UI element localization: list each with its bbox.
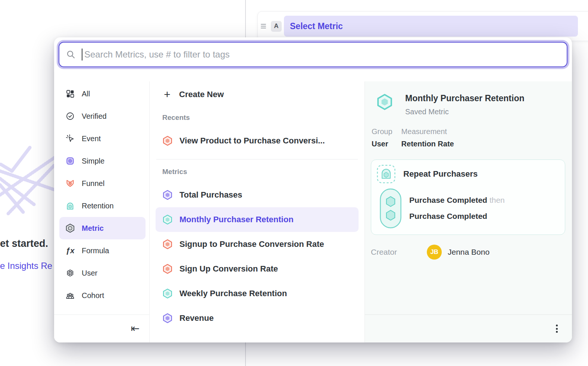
definition-steps: Purchase Completedthen Purchase Complete… (379, 188, 560, 229)
metric-detail-panel: Monthly Purchaser Retention Saved Metric… (365, 81, 572, 342)
detail-header: Monthly Purchaser Retention Saved Metric (371, 93, 565, 116)
sidebar-item-event[interactable]: Event (59, 127, 146, 150)
text-caret (82, 49, 82, 61)
group-value: User (372, 140, 392, 148)
creator-avatar: JB (427, 245, 442, 260)
detail-meta: Group User Measurement Retention Rate (372, 127, 565, 148)
cursor-click-icon (65, 134, 75, 143)
formula-fx-icon: ƒx (65, 246, 75, 255)
plus-icon: + (162, 88, 173, 101)
step-connector: then (490, 196, 505, 204)
metric-picker-modal: All Verified (54, 37, 572, 342)
metric-hexagon-icon (162, 263, 173, 274)
funnel-icon (65, 179, 75, 188)
definition-name: Repeat Purchasers (403, 169, 478, 179)
sidebar-item-all[interactable]: All (59, 83, 146, 105)
more-options-icon[interactable] (556, 325, 558, 333)
row-letter-badge: A (271, 21, 282, 32)
app-root: { "background": { "partial_heading": "et… (0, 0, 588, 366)
user-cluster-icon (65, 268, 75, 278)
metric-hexagon-icon (65, 223, 75, 233)
section-divider (156, 159, 358, 159)
list-item-metric[interactable]: Signup to Purchase Conversion Rate (156, 232, 359, 257)
drag-handle-icon[interactable] (261, 23, 268, 30)
sidebar-item-label: Funnel (82, 179, 104, 188)
metric-hexagon-icon (162, 288, 173, 299)
recents-heading: Recents (162, 112, 359, 123)
collapse-sidebar-icon[interactable]: ⇤ (131, 323, 140, 334)
sidebar-item-label: Retention (82, 202, 114, 210)
sidebar-item-funnel[interactable]: Funnel (59, 172, 146, 195)
measurement-label: Measurement (401, 127, 454, 136)
sidebar-item-simple[interactable]: Simple (59, 150, 146, 172)
filter-sidebar: All Verified (54, 81, 149, 342)
search-input[interactable] (84, 49, 560, 60)
sidebar-item-retention[interactable]: Retention (59, 195, 146, 217)
search-icon (66, 50, 76, 59)
query-builder-row: A Select Metric (257, 11, 588, 41)
metrics-list: Total Purchases Monthly Purchaser Retent… (156, 183, 359, 331)
sidebar-item-cohort[interactable]: Cohort (59, 284, 146, 307)
grid-icon (65, 89, 75, 99)
detail-title: Monthly Purchaser Retention (405, 93, 524, 104)
metric-hexagon-icon (376, 93, 393, 112)
sidebar-item-verified[interactable]: Verified (59, 105, 146, 127)
step-event: Purchase Completed (409, 212, 505, 221)
sidebar-item-label: Formula (82, 246, 109, 255)
metric-hexagon-icon (162, 189, 173, 201)
list-item-metric-selected[interactable]: Monthly Purchaser Retention (156, 207, 359, 232)
group-label: Group (372, 127, 392, 136)
create-new-button[interactable]: + Create New (156, 84, 359, 105)
simple-metric-icon (65, 156, 75, 166)
measurement-meta: Measurement Retention Rate (401, 127, 454, 148)
step-event: Purchase Completedthen (409, 196, 505, 205)
metric-hexagon-icon (162, 214, 173, 225)
list-item-recent[interactable]: View Product to Purchase Conversi... (156, 128, 359, 153)
detail-footer (365, 314, 572, 342)
sidebar-item-metric[interactable]: Metric (59, 217, 146, 239)
background-heading-partial: et started. (0, 238, 48, 249)
list-item-label: View Product to Purchase Conversi... (179, 136, 325, 146)
list-item-label: Total Purchases (179, 190, 242, 200)
verified-badge-icon (65, 111, 75, 121)
sidebar-item-formula[interactable]: ƒx Formula (59, 239, 146, 262)
create-new-label: Create New (179, 90, 224, 99)
list-item-label: Revenue (179, 313, 214, 323)
sidebar-footer: ⇤ (54, 314, 149, 342)
sidebar-item-label: Verified (82, 112, 107, 121)
creator-label: Creator (371, 248, 427, 257)
list-item-metric[interactable]: Sign Up Conversion Rate (156, 257, 359, 281)
metric-hexagon-icon (162, 313, 173, 324)
metric-list-panel: + Create New Recents View Product to Pur… (149, 81, 365, 342)
modal-columns: All Verified (54, 81, 572, 342)
sidebar-item-label: All (82, 90, 90, 98)
sidebar-item-label: Simple (82, 157, 104, 165)
list-item-label: Sign Up Conversion Rate (179, 264, 278, 274)
list-item-metric[interactable]: Total Purchases (156, 183, 359, 207)
search-bar[interactable] (59, 42, 567, 67)
background-link-partial[interactable]: e Insights Re (0, 261, 52, 271)
select-metric-label: Select Metric (290, 21, 343, 31)
group-meta: Group User (372, 127, 392, 148)
select-metric-button[interactable]: Select Metric (284, 16, 578, 37)
metrics-heading: Metrics (162, 166, 359, 177)
creator-name: Jenna Bono (448, 248, 490, 257)
creator-row: Creator JB Jenna Bono (371, 245, 565, 260)
measurement-value: Retention Rate (401, 140, 454, 148)
sidebar-item-label: User (82, 269, 97, 277)
sidebar-item-label: Metric (82, 224, 104, 233)
metric-hexagon-icon (162, 135, 173, 146)
retention-definition-icon (376, 164, 396, 184)
background-chart-doodle (0, 142, 56, 218)
list-item-metric[interactable]: Weekly Purchase Retention (156, 281, 359, 306)
list-item-label: Signup to Purchase Conversion Rate (179, 239, 324, 249)
detail-subtitle: Saved Metric (405, 108, 524, 116)
sidebar-item-user[interactable]: User (59, 262, 146, 284)
sidebar-item-label: Cohort (82, 291, 104, 300)
metric-definition-card: Repeat Purchasers Purchase Completedthen… (371, 159, 565, 235)
cohort-people-icon (65, 291, 75, 300)
list-item-metric[interactable]: Revenue (156, 306, 359, 331)
list-item-label: Weekly Purchase Retention (179, 289, 287, 298)
list-item-label: Monthly Purchaser Retention (179, 215, 294, 224)
funnel-steps-icon (379, 188, 402, 229)
